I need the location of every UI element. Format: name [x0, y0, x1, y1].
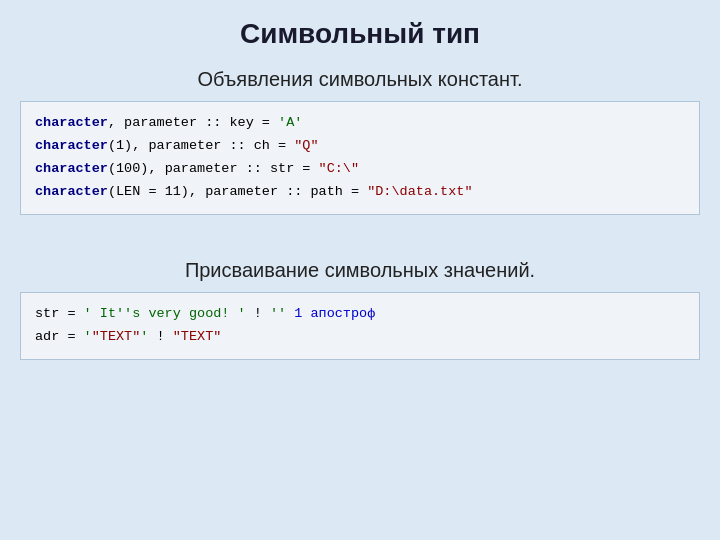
- code-line: character(100), parameter :: str = "C:\": [35, 158, 685, 181]
- page: Символьный тип Объявления символьных кон…: [0, 0, 720, 540]
- section2-heading: Присваивание символьных значений.: [185, 259, 535, 282]
- code-line: str = ' It''s very good! ' ! '' 1 апостр…: [35, 303, 685, 326]
- keyword: character: [35, 115, 108, 130]
- code-line: adr = '"TEXT"' ! "TEXT": [35, 326, 685, 349]
- keyword: character: [35, 184, 108, 199]
- section1-heading: Объявления символьных констант.: [197, 68, 522, 91]
- keyword: character: [35, 161, 108, 176]
- keyword: character: [35, 138, 108, 153]
- code-line: character, parameter :: key = 'A': [35, 112, 685, 135]
- code-line: character(LEN = 11), parameter :: path =…: [35, 181, 685, 204]
- code-block-2: str = ' It''s very good! ' ! '' 1 апостр…: [20, 292, 700, 360]
- code-block-1: character, parameter :: key = 'A' charac…: [20, 101, 700, 215]
- page-title: Символьный тип: [240, 18, 480, 50]
- code-line: character(1), parameter :: ch = "Q": [35, 135, 685, 158]
